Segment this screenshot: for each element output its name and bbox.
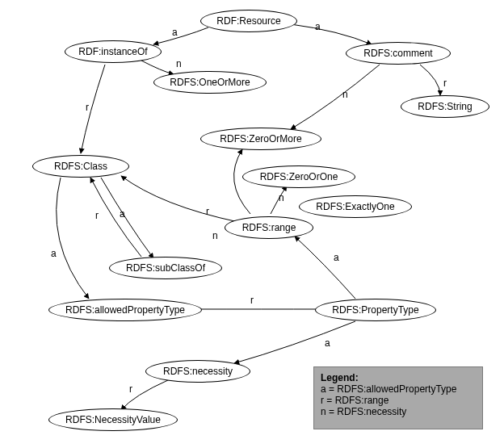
node-rdfs-range: RDFS:range (225, 216, 313, 239)
legend-row-r: r = RDFS:range (321, 395, 476, 406)
node-rdfs-string: RDFS:String (401, 95, 489, 118)
edge-label-r: r (250, 295, 254, 306)
legend-row-a: a = RDFS:allowedPropertyType (321, 383, 476, 395)
edge-label-a: a (315, 21, 321, 32)
edge-label-n: n (279, 192, 284, 203)
node-rdfs-zeroorone: RDFS:ZeroOrOne (242, 165, 355, 188)
node-rdfs-subclassof: RDFS:subClassOf (109, 257, 222, 279)
node-rdf-resource: RDF:Resource (200, 10, 297, 32)
legend-row-n: n = RDFS:necessity (321, 406, 476, 417)
node-label: RDFS:ZeroOrMore (220, 133, 301, 144)
node-rdfs-class: RDFS:Class (32, 155, 129, 178)
edge-label-n: n (176, 58, 182, 69)
node-label: RDFS:comment (363, 48, 432, 59)
node-label: RDF:Resource (216, 15, 280, 27)
edge-label-r: r (86, 102, 89, 113)
legend-box: Legend: a = RDFS:allowedPropertyType r =… (313, 366, 483, 429)
node-label: RDFS:ExactlyOne (316, 201, 394, 212)
node-label: RDFS:subClassOf (126, 262, 205, 274)
node-label: RDF:instanceOf (78, 46, 147, 57)
edge-label-a: a (334, 252, 339, 263)
node-label: RDFS:Class (54, 161, 107, 172)
edge-label-n: n (342, 89, 348, 100)
node-label: RDFS:String (418, 101, 472, 112)
node-rdfs-exactlyone: RDFS:ExactlyOne (299, 195, 412, 218)
node-rdf-instanceof: RDF:instanceOf (65, 40, 162, 63)
node-label: RDFS:ZeroOrOne (260, 171, 338, 182)
node-label: RDFS:PropertyType (332, 304, 418, 316)
edge-label-a: a (120, 208, 125, 220)
edge-label-n: n (212, 230, 218, 241)
node-label: RDFS:OneOrMore (170, 77, 250, 88)
node-rdfs-propertytype: RDFS:PropertyType (315, 299, 436, 321)
edge-label-r: r (206, 206, 209, 217)
edge-label-a: a (51, 248, 57, 259)
diagram-canvas: a a n r n r a r a r n n a r a r RDF:Reso… (0, 0, 504, 448)
node-label: RDFS:range (242, 222, 296, 233)
edge-label-r: r (129, 383, 132, 395)
node-rdfs-comment: RDFS:comment (346, 42, 451, 65)
edge-label-r: r (443, 77, 447, 89)
node-rdfs-zeroormore: RDFS:ZeroOrMore (200, 128, 321, 150)
node-label: RDFS:NecessityValue (65, 414, 161, 425)
node-rdfs-oneormore: RDFS:OneOrMore (153, 71, 267, 94)
edge-label-a: a (325, 337, 330, 349)
legend-title: Legend: (321, 372, 476, 383)
edge-label-r: r (95, 210, 99, 221)
node-label: RDFS:allowedPropertyType (65, 304, 185, 316)
node-rdfs-allowedpropertytype: RDFS:allowedPropertyType (48, 299, 202, 321)
node-label: RDFS:necessity (163, 366, 233, 377)
edge-label-a: a (172, 27, 178, 38)
node-rdfs-necessityvalue: RDFS:NecessityValue (48, 408, 178, 431)
node-rdfs-necessity: RDFS:necessity (145, 360, 250, 383)
